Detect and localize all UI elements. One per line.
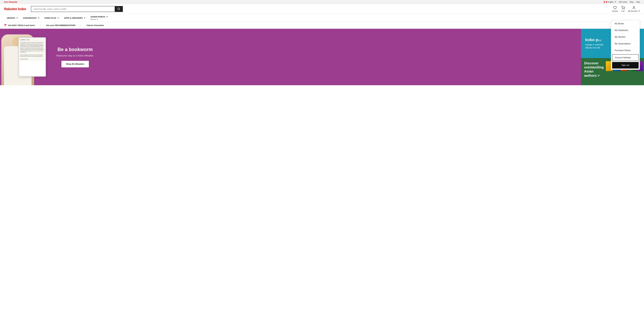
dropdown-sign-out[interactable]: Sign out [612, 62, 638, 69]
hero-left: CHAPTER 9 · 1 OF 19 It was pleasant to w… [0, 29, 581, 85]
account-dropdown: My Books My Notebooks My Wishlist My Sub… [611, 20, 640, 70]
cart-icon [621, 6, 625, 10]
my-account-button[interactable]: My Account [628, 6, 640, 12]
rakuten-kobo-logo: Rakuten kobo [4, 7, 28, 11]
dropdown-my-notebooks[interactable]: My Notebooks [611, 27, 640, 34]
blog-link[interactable]: Blog [630, 1, 633, 3]
svg-rect-2 [604, 1, 604, 3]
wishlist-button[interactable]: Wishlist [612, 6, 618, 12]
svg-rect-3 [606, 1, 607, 3]
top-bar: Earn Rewards English Gift Cards Blog Hel… [0, 0, 644, 4]
nav-audiobooks[interactable]: AUDIOBOOKS [20, 15, 42, 22]
flag-icon: 🚩 [4, 24, 7, 27]
nav-apps-chevron [84, 18, 85, 18]
gift-cards-link[interactable]: Gift Cards [619, 1, 627, 3]
nav-super-points[interactable]: SUPER POINTS Balance: 0 [88, 14, 110, 22]
nav-superpoints-chevron [106, 17, 108, 17]
svg-line-7 [119, 10, 120, 10]
svg-point-8 [622, 9, 622, 9]
svg-point-10 [633, 6, 634, 8]
main-nav: eBOOKS AUDIOBOOKS KOBO PLUS APPS & eREAD… [0, 14, 644, 22]
hero-section: CHAPTER 9 · 1 OF 19 It was pleasant to w… [0, 29, 644, 85]
language-label: English [608, 1, 614, 3]
earn-rewards-link[interactable]: Earn Rewards [4, 1, 17, 3]
search-button[interactable] [115, 6, 123, 12]
heart-icon [613, 6, 617, 10]
hero-title: Be a bookworm [56, 47, 94, 52]
dropdown-purchase-history[interactable]: Purchase History [611, 47, 640, 54]
top-bar-left: Earn Rewards [4, 1, 17, 3]
cart-label: Cart [621, 10, 624, 12]
svg-text:Rakuten kobo: Rakuten kobo [4, 7, 26, 11]
language-chevron-icon [615, 2, 616, 2]
dropdown-my-subscriptions[interactable]: My Subscriptions [611, 41, 640, 47]
svg-point-9 [624, 9, 624, 9]
nav-audiobooks-chevron [38, 18, 39, 18]
header-actions: Wishlist Cart My Account My Books My Not [612, 6, 640, 12]
search-icon [117, 8, 120, 10]
nav-ebooks-chevron [16, 18, 18, 18]
my-account-label: My Account [628, 10, 640, 12]
dropdown-my-wishlist[interactable]: My Wishlist [611, 34, 640, 41]
dropdown-my-books[interactable]: My Books [611, 20, 640, 27]
account-icon [632, 6, 636, 10]
hero-subtitle: Read your way on a Kobo eReader. [56, 54, 94, 57]
account-chevron-icon [638, 11, 640, 12]
language-selector[interactable]: English [604, 1, 616, 3]
hero-content: Be a bookworm Read your way on a Kobo eR… [56, 47, 94, 67]
recommendations-link[interactable]: See your RECOMMENDATIONS [46, 24, 75, 26]
promo-bar: 🚩 Get DAILY DEALS and more! | See your R… [0, 22, 644, 29]
asian-authors-title: Discover outstanding Asian authors > [584, 61, 604, 78]
dropdown-account-settings[interactable]: Account Settings [612, 54, 638, 61]
search-bar [31, 6, 123, 12]
help-link[interactable]: Help [636, 1, 640, 3]
header: Rakuten kobo Wishlist Cart [0, 4, 644, 14]
wishlist-label: Wishlist [612, 10, 618, 12]
nav-apps-ereaders[interactable]: APPS & eREADERS [62, 15, 88, 22]
nav-kobo-plus[interactable]: KOBO PLUS [42, 15, 62, 22]
ereader-device: CHAPTER 9 · 1 OF 19 It was pleasant to w… [18, 37, 46, 77]
cart-button[interactable]: Cart [621, 6, 625, 12]
logo[interactable]: Rakuten kobo [4, 7, 28, 11]
search-input[interactable] [31, 6, 115, 12]
top-bar-right: English Gift Cards Blog Help [604, 1, 640, 3]
asian-authors-text: Discover outstanding Asian authors > [584, 61, 604, 78]
promo-divider-1: | [40, 24, 41, 27]
nav-ebooks[interactable]: eBOOKS [4, 15, 20, 22]
canada-flag-icon [604, 1, 607, 3]
nav-koboplus-chevron [58, 18, 59, 18]
classic-favourites-link[interactable]: Classic Favourites [86, 24, 104, 26]
daily-deals-link[interactable]: 🚩 Get DAILY DEALS and more! [4, 24, 35, 27]
shop-all-ereaders-button[interactable]: Shop All eReaders [62, 61, 89, 67]
svg-point-6 [118, 8, 120, 10]
promo-divider-2: | [81, 24, 81, 27]
